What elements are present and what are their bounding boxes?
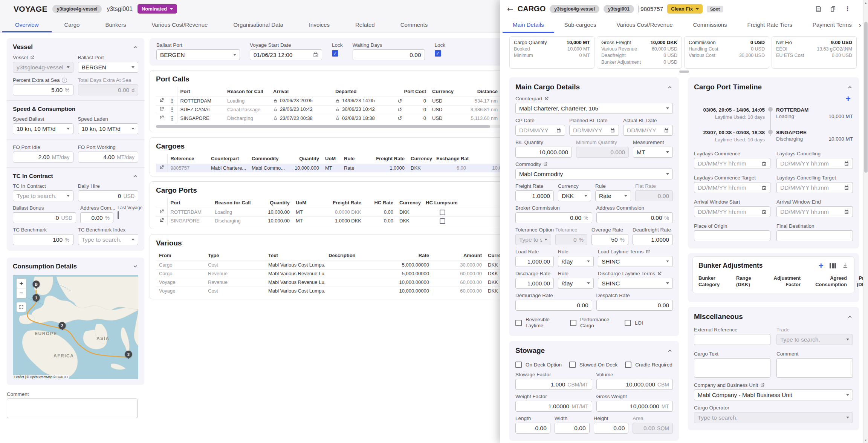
external-link-icon[interactable] [30, 55, 35, 60]
status-badge[interactable]: Nominated [138, 4, 177, 14]
despatch-rate-input[interactable]: 0.00 [596, 300, 673, 311]
bl-quantity-input[interactable]: 10,000.000 [515, 147, 572, 158]
deadfreight-rate-input[interactable]: 1.0000 [633, 234, 673, 245]
external-link-icon[interactable] [159, 106, 164, 112]
tab-related[interactable]: Related [342, 18, 388, 32]
performance-cargo-checkbox[interactable] [570, 320, 576, 326]
voyage-map[interactable]: EUROPE ASIA AFRICA B 1 2 3 + − Leaflet |… [13, 275, 138, 379]
tab-overview[interactable]: Overview [2, 18, 52, 32]
expand-icon[interactable] [132, 264, 138, 270]
measurement-select[interactable]: MT [633, 147, 673, 158]
timeline-entry[interactable]: 03/06, 20:05 - 14/06, 14:05Laytime Used:… [694, 106, 853, 121]
calendar-icon[interactable] [844, 185, 849, 190]
discharge-rule-select[interactable]: /day [558, 278, 594, 289]
stowage-factor-input[interactable]: 1.000CBM/MT [515, 379, 592, 390]
cargo-text-textarea[interactable] [694, 358, 770, 378]
cargo-port-row[interactable]: ROTTERDAM Loading 10,000.00 MT 0.0000 DK… [156, 208, 503, 216]
tab-sub-cargoes[interactable]: Sub-cargoes [554, 18, 607, 33]
back-arrow-icon[interactable]: ← [507, 5, 513, 14]
tab-organisational-data[interactable]: Organisational Data [220, 18, 296, 32]
broker-commission-input[interactable]: 0.00% [515, 212, 592, 223]
various-row[interactable]: Voyage Revenue Mabl Various Revenue Lu..… [156, 278, 503, 287]
fo-port-idle-input[interactable]: 2.00MT/day [13, 152, 73, 162]
fix-status-badge[interactable]: Clean Fix [667, 4, 703, 14]
width-input[interactable]: 0.00 [555, 423, 590, 434]
topbar-ballast-port-select[interactable]: BERGEN [156, 49, 240, 60]
calendar-icon[interactable] [844, 161, 849, 166]
tab-payment-terms[interactable]: Payment Terms [802, 18, 862, 33]
kebab-icon[interactable]: ⋮ [844, 5, 851, 13]
tab-various-cost-revenue[interactable]: Various Cost/Revenue [139, 18, 220, 32]
add-port-button[interactable]: + [846, 94, 851, 104]
on-deck-checkbox[interactable] [515, 362, 522, 368]
external-link-icon[interactable] [159, 165, 164, 170]
laydays-cancelling-input[interactable]: DD/MM/YY hh:mm [776, 158, 853, 169]
planned-bl-date-input[interactable]: DD/MM/YY [569, 125, 619, 136]
commodity-select[interactable]: Mabl Commodity [515, 169, 673, 179]
various-row[interactable]: Voyage Cost Mabl Various Cost Lumps... 1… [156, 287, 503, 295]
tab-comments[interactable]: Comments [388, 18, 441, 32]
arrival-window-start-input[interactable]: DD/MM/YY hh:mm [694, 206, 770, 217]
arrival-window-end-input[interactable]: DD/MM/YY hh:mm [776, 206, 853, 217]
more-tabs-icon[interactable]: › [859, 21, 861, 29]
counterpart-select[interactable]: Mabl Charterer, Charterer, 105 [515, 103, 673, 114]
discharge-rate-input[interactable]: 1,000.00 [515, 278, 554, 289]
map-marker-3[interactable]: 3 [125, 351, 132, 358]
lock-start-date-checkbox[interactable]: ✓ [332, 50, 338, 57]
tab-main-details[interactable]: Main Details [503, 18, 554, 33]
history-icon[interactable]: ↺ [397, 106, 402, 113]
horizontal-scrollbar[interactable] [156, 125, 503, 128]
tab-bunkers[interactable]: Bunkers [92, 18, 139, 32]
laydays-commence-input[interactable]: DD/MM/YY hh:mm [694, 158, 770, 169]
external-link-icon[interactable] [657, 271, 662, 276]
columns-icon[interactable] [830, 263, 836, 268]
collapse-icon[interactable] [667, 84, 673, 90]
port-call-row[interactable]: ⋮ SINGAPORE Discharging 23/07/23 00:38 0… [156, 114, 503, 123]
calendar-icon[interactable] [761, 185, 767, 190]
last-voyage-checkbox[interactable] [118, 211, 119, 219]
freight-rate-input[interactable]: 1.0000 [515, 190, 554, 201]
tab-various-cost-revenue[interactable]: Various Cost/Revenue [607, 18, 683, 33]
speed-ballast-select[interactable]: 10 kn, 10 MT/d [13, 123, 73, 134]
external-link-icon[interactable] [159, 218, 164, 223]
laydays-cancelling-target-input[interactable]: DD/MM/YY hh:mm [776, 182, 853, 193]
add-bunker-button[interactable]: + [819, 262, 824, 270]
daily-hire-input[interactable]: 0USD [78, 190, 139, 201]
loi-checkbox[interactable] [625, 320, 631, 326]
laydays-commence-target-input[interactable]: DD/MM/YY hh:mm [694, 182, 770, 193]
stowed-on-deck-checkbox[interactable] [569, 362, 576, 368]
scroll-down-icon[interactable]: ▼ [863, 439, 868, 441]
history-icon[interactable]: ↺ [397, 115, 402, 122]
cp-date-input[interactable]: DD/MM/YY [515, 125, 565, 136]
kebab-icon[interactable]: ⋮ [167, 105, 177, 114]
calendar-icon[interactable] [610, 128, 615, 133]
tab-invoices[interactable]: Invoices [296, 18, 342, 32]
rule-select[interactable]: Rate [595, 190, 631, 201]
copy-icon[interactable] [830, 5, 837, 12]
ballast-port-select[interactable]: BERGEN [78, 62, 139, 73]
collapse-icon[interactable] [667, 348, 673, 354]
external-reference-input[interactable] [694, 334, 770, 345]
calendar-icon[interactable] [844, 209, 849, 215]
demurrage-rate-input[interactable]: 0.00 [515, 300, 592, 311]
zoom-out-button[interactable]: − [17, 288, 26, 298]
collapse-icon[interactable] [847, 84, 853, 90]
company-select[interactable]: Mabl Company - Mabl Business Unit [694, 389, 853, 400]
calendar-icon[interactable] [556, 128, 561, 133]
cargo-port-row[interactable]: SINGAPORE Discharging 10,000.00 MT 1.000… [156, 216, 503, 225]
tc-benchmark-index-select[interactable]: Type to search. [78, 234, 139, 245]
actual-bl-date-input[interactable]: DD/MM/YY [623, 125, 673, 136]
address-commission-input[interactable]: 0.00% [596, 212, 673, 223]
pdf-export-icon[interactable] [815, 5, 822, 12]
external-link-icon[interactable] [159, 98, 164, 103]
length-input[interactable]: 0.00 [515, 423, 550, 434]
voyage-start-date-input[interactable]: 01/06/23 12:00 [250, 49, 322, 60]
external-link-icon[interactable] [760, 383, 765, 388]
hc-lumpsum-checkbox[interactable] [440, 210, 445, 215]
tab-cargo[interactable]: Cargo [52, 18, 93, 32]
external-link-icon[interactable] [645, 249, 650, 254]
volume-input[interactable]: 10,000.000CBM [596, 379, 673, 390]
external-link-icon[interactable] [159, 209, 164, 214]
history-icon[interactable]: ↺ [397, 98, 402, 104]
various-row[interactable]: Cargo Cost Mabl Various Cost Lumps... 5,… [156, 261, 503, 269]
